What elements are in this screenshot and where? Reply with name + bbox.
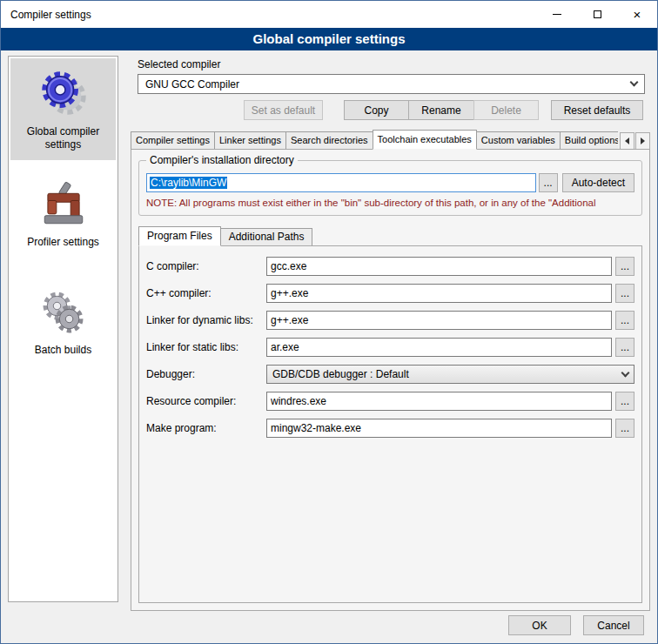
cpp-compiler-browse-button[interactable]: ... [615, 284, 634, 303]
tab-search-directories[interactable]: Search directories [285, 131, 373, 150]
tab-scroll-right-button[interactable] [635, 132, 650, 150]
resource-compiler-label: Resource compiler: [146, 395, 266, 407]
blue-gear-icon [12, 67, 114, 121]
make-program-input[interactable] [266, 419, 612, 438]
resource-compiler-input[interactable] [266, 392, 612, 411]
close-icon: × [634, 8, 641, 21]
settings-tabbar: Compiler settings Linker settings Search… [131, 130, 650, 150]
sidebar-item-profiler-settings[interactable]: Profiler settings [10, 169, 116, 258]
cpp-compiler-input[interactable] [266, 284, 612, 303]
make-program-row: Make program: ... [146, 419, 634, 438]
debugger-dropdown[interactable]: GDB/CDB debugger : Default [266, 365, 634, 384]
install-dir-selected-text: C:\raylib\MinGW [150, 177, 227, 189]
tab-scroll-left-button[interactable] [620, 132, 634, 150]
selected-compiler-label: Selected compiler [138, 58, 652, 70]
toolchain-executables-panel: Compiler's installation directory C:\ray… [131, 149, 650, 611]
selected-compiler-value: GNU GCC Compiler [145, 78, 239, 91]
installation-directory-row: C:\raylib\MinGW ... Auto-detect [146, 173, 634, 192]
subtab-additional-paths[interactable]: Additional Paths [220, 228, 313, 246]
titlebar: Compiler settings × [1, 1, 657, 28]
c-compiler-row: C compiler: ... [146, 257, 634, 276]
copy-button[interactable]: Copy [344, 100, 409, 120]
sidebar-item-label: Batch builds [12, 344, 114, 357]
profiler-icon [12, 178, 114, 231]
program-files-panel: C compiler: ... C++ compiler: ... Linker… [138, 245, 642, 603]
tab-scroll-buttons [620, 132, 650, 150]
static-linker-browse-button[interactable]: ... [615, 338, 634, 357]
sidebar-item-batch-builds[interactable]: Batch builds [10, 277, 116, 366]
sidebar-item-label: Profiler settings [12, 236, 114, 249]
ok-button[interactable]: OK [508, 615, 571, 635]
dynamic-linker-input[interactable] [266, 311, 612, 330]
rename-button[interactable]: Rename [408, 100, 474, 120]
install-dir-input[interactable]: C:\raylib\MinGW [146, 173, 536, 192]
dynamic-linker-label: Linker for dynamic libs: [146, 314, 266, 326]
reset-defaults-button[interactable]: Reset defaults [551, 100, 643, 120]
main-panel: Selected compiler GNU GCC Compiler Set a… [127, 53, 652, 611]
banner-title: Global compiler settings [252, 31, 405, 46]
right-triangle-icon [641, 138, 645, 144]
selected-compiler-dropdown[interactable]: GNU GCC Compiler [138, 74, 645, 94]
program-files-tabbar: Program Files Additional Paths [138, 226, 642, 246]
cpp-compiler-row: C++ compiler: ... [146, 284, 634, 303]
static-linker-row: Linker for static libs: ... [146, 338, 634, 357]
minimize-button[interactable] [537, 1, 577, 28]
debugger-label: Debugger: [146, 368, 266, 380]
close-button[interactable]: × [617, 1, 657, 28]
installation-directory-groupbox: Compiler's installation directory C:\ray… [138, 160, 642, 216]
delete-button: Delete [473, 100, 539, 120]
subtab-program-files[interactable]: Program Files [138, 226, 221, 246]
tab-toolchain-executables[interactable]: Toolchain executables [373, 130, 477, 150]
c-compiler-input[interactable] [266, 257, 612, 276]
maximize-icon [594, 10, 601, 18]
static-linker-label: Linker for static libs: [146, 341, 266, 353]
install-dir-browse-button[interactable]: ... [539, 173, 558, 192]
tab-custom-variables[interactable]: Custom variables [476, 131, 561, 150]
set-as-default-button: Set as default [244, 100, 323, 120]
make-program-browse-button[interactable]: ... [615, 419, 634, 438]
tab-compiler-settings[interactable]: Compiler settings [131, 131, 215, 150]
sidebar: Global compiler settings Profiler settin… [8, 56, 118, 602]
window-controls: × [537, 1, 657, 28]
compiler-settings-window: Compiler settings × Global compiler sett… [0, 0, 658, 644]
make-program-label: Make program: [146, 422, 266, 434]
chevron-down-icon [621, 368, 630, 377]
dynamic-linker-browse-button[interactable]: ... [615, 311, 634, 330]
sidebar-item-label: Global compiler settings [12, 125, 114, 151]
dialog-footer: OK Cancel [508, 615, 644, 635]
note-text: NOTE: All programs must exist either in … [146, 198, 634, 208]
c-compiler-browse-button[interactable]: ... [615, 257, 634, 276]
maximize-button[interactable] [577, 1, 617, 28]
minimize-icon [553, 14, 561, 15]
left-triangle-icon [625, 138, 629, 144]
compiler-buttons-row: Set as default Copy Rename Delete Reset … [138, 100, 652, 120]
debugger-row: Debugger: GDB/CDB debugger : Default [146, 365, 634, 384]
resource-compiler-row: Resource compiler: ... [146, 392, 634, 411]
debugger-value: GDB/CDB debugger : Default [272, 368, 409, 380]
resource-compiler-browse-button[interactable]: ... [615, 392, 634, 411]
tab-build-options[interactable]: Build options [560, 131, 618, 150]
cancel-button[interactable]: Cancel [583, 615, 644, 635]
window-title: Compiler settings [1, 9, 91, 21]
sidebar-item-global-compiler-settings[interactable]: Global compiler settings [10, 58, 116, 160]
dynamic-linker-row: Linker for dynamic libs: ... [146, 311, 634, 330]
gray-gears-icon [12, 285, 114, 339]
static-linker-input[interactable] [266, 338, 612, 357]
chevron-down-icon [630, 78, 639, 87]
tab-linker-settings[interactable]: Linker settings [214, 131, 286, 150]
installation-directory-title: Compiler's installation directory [146, 154, 298, 166]
tabs-scroll-area: Compiler settings Linker settings Search… [131, 130, 618, 150]
auto-detect-button[interactable]: Auto-detect [562, 173, 634, 192]
banner: Global compiler settings [1, 28, 657, 50]
cpp-compiler-label: C++ compiler: [146, 287, 266, 299]
c-compiler-label: C compiler: [146, 260, 266, 272]
